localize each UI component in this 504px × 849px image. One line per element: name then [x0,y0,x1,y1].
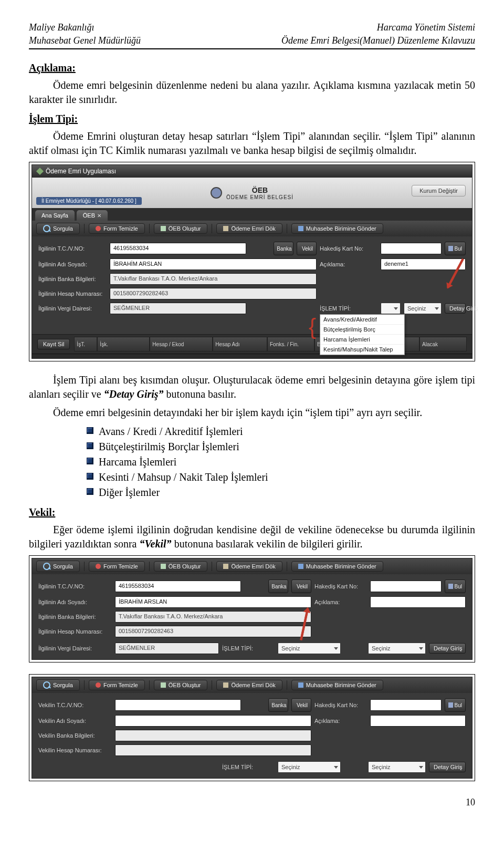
header-rule [29,48,475,49]
adsoyad-input[interactable]: İBRAHİM ARSLAN [110,258,317,270]
label-hakedis: Hakediş Kart No: [314,583,367,589]
oeb-olustur-button[interactable]: ÖEB Oluştur [154,680,208,690]
hesapno-input: 00158007290282463 [110,288,317,299]
screenshot-1: Ödeme Emri Uygulaması İl Emniyet Müdürlü… [29,162,475,361]
document-icon [161,564,166,569]
search-icon [43,225,50,232]
hakedis-input[interactable] [370,581,442,592]
page-number: 10 [29,797,475,808]
bul-button[interactable]: Bul [445,242,466,255]
find-icon [448,702,453,708]
tab-anasayfa[interactable]: Ana Sayfa [35,210,75,221]
app-icon [36,168,44,175]
sorgula-button[interactable]: Sorgula [36,223,80,234]
aciklama-input[interactable] [370,596,466,608]
bul-button[interactable]: Bul [445,579,466,593]
muhasebe-gonder-button[interactable]: Muhasebe Birimine Gönder [291,561,383,572]
kayit-sil-button[interactable]: Kayıt Sil [37,339,70,349]
section-title-vekil: Vekil: [29,506,475,519]
vekil-button[interactable]: Vekil [297,242,317,255]
label-vekil-adsoyad: Vekilin Adı Soyadı: [38,718,112,724]
vekil-button[interactable]: Vekil [291,579,311,593]
app-title: Ödeme Emri Uygulaması [46,168,116,175]
banka-input: T.Vakıflar Bankası T.A.O. Merkez/Ankara [110,273,317,285]
aciklama-input[interactable]: deneme1 [381,258,466,270]
vekil-hesapno-input [115,744,311,756]
vekil-tcvno-input[interactable] [115,699,241,711]
detay-giris-button[interactable]: Detay Giriş [429,762,466,772]
tcvno-input[interactable]: 46195583034 [115,581,241,592]
chevron-down-icon [435,307,439,310]
form-temizle-button[interactable]: Form Temizle [89,680,145,690]
sorgula-button[interactable]: Sorgula [36,679,80,691]
vekil-button[interactable]: Vekil [291,698,311,712]
label-vekil-tcvno: Vekilin T.C./V.NO: [38,702,112,708]
bullet-icon [87,473,93,480]
label-islemtipi: İŞLEM TİPİ: [222,764,275,770]
muhasebe-gonder-button[interactable]: Muhasebe Birimine Gönder [291,223,383,234]
header-right-2: Ödeme Emri Belgesi(Manuel) Düzenleme Kıl… [281,34,475,47]
screenshot-3: Sorgula Form Temizle ÖEB Oluştur Ödeme E… [29,674,475,781]
chevron-down-icon [394,307,398,310]
hakedis-input[interactable] [381,243,442,254]
dropdown-item[interactable]: Bütçeleştirilmiş Borç [320,325,404,335]
label-tcvno: İlgilinin T.C./V.NO: [38,583,112,589]
bullet-icon [87,442,93,449]
islemtipi-dropdown[interactable]: { Avans/Kredi/Akreditif Bütçeleştirilmiş… [320,314,405,355]
form-temizle-button[interactable]: Form Temizle [89,561,145,572]
islemtipi-select-2[interactable]: Seçiniz [368,643,426,654]
banner-unit: İl Emniyet Müdürlüğü - [ 40.07.0.62.260 … [36,197,142,205]
islemtipi-select-1[interactable]: Seçiniz [278,643,341,654]
dropdown-item[interactable]: Kesinti/Mahsup/Nakit Talep [320,345,404,355]
brand-circle-icon [211,187,222,199]
banner-logo: ÖEB ÖDEME EMRİ BELGESİ [211,186,293,200]
oeb-olustur-button[interactable]: ÖEB Oluştur [154,561,208,572]
islemtipi-select-1[interactable] [381,303,401,314]
banka-button[interactable]: Banka [274,242,293,255]
change-org-button[interactable]: Kurum Değiştir [412,185,466,196]
bul-button[interactable]: Bul [445,698,466,712]
tcvno-input[interactable]: 46195583034 [110,243,246,254]
label-islemtipi: İŞLEM TİPİ: [320,305,377,312]
header-right-1: Harcama Yönetim Sistemi [281,21,475,34]
dropdown-item[interactable]: Harcama İşlemleri [320,335,404,345]
vekil-banka-input [115,730,311,741]
dropdown-item[interactable]: Avans/Kredi/Akreditif [320,315,404,325]
search-icon [43,563,50,570]
section-title-aciklama: Açıklama: [29,62,475,74]
odeme-emri-dok-button[interactable]: Ödeme Emri Dök [216,223,282,234]
bullet-icon [87,488,93,495]
odeme-emri-dok-button[interactable]: Ödeme Emri Dök [216,561,282,572]
tab-oeb[interactable]: ÖEB✕ [77,210,108,221]
app-banner: İl Emniyet Müdürlüğü - [ 40.07.0.62.260 … [32,178,472,208]
banka-button[interactable]: Banka [268,698,288,712]
grid-header: İşT. [74,337,97,351]
grid-header: Fonks. / Fin. [267,337,314,351]
clear-icon [96,682,101,688]
oeb-olustur-button[interactable]: ÖEB Oluştur [154,223,208,234]
send-icon [298,682,303,688]
sorgula-button[interactable]: Sorgula [36,561,80,572]
adsoyad-input[interactable]: İBRAHİM ARSLAN [115,596,311,608]
label-hesapno: İlgilinin Hesap Numarası: [38,628,112,635]
aciklama-input[interactable] [370,715,466,727]
close-icon[interactable]: ✕ [97,213,101,219]
islemtipi-select-2[interactable]: Seçiniz [368,761,426,773]
detay-giris-button[interactable]: Detay Giriş [445,303,466,314]
vekil-adsoyad-input[interactable] [115,715,311,727]
chevron-down-icon [419,766,423,769]
label-aciklama: Açıklama: [314,718,367,724]
islemtipi-select-1[interactable]: Seçiniz [278,761,341,773]
odeme-emri-dok-button[interactable]: Ödeme Emri Dök [216,680,282,690]
after-shot1-p2: Ödeme emri belgesinin detayındaki her bi… [29,406,475,420]
find-icon [448,246,453,251]
label-hesapno: İlgilinin Hesap Numarası: [38,291,107,297]
chevron-down-icon [334,766,338,769]
islemtipi-select-2[interactable]: Seçiniz [404,303,442,314]
banka-button[interactable]: Banka [268,579,288,593]
muhasebe-gonder-button[interactable]: Muhasebe Birimine Gönder [291,680,383,690]
label-aciklama: Açıklama: [320,261,377,267]
hakedis-input[interactable] [370,699,442,711]
form-temizle-button[interactable]: Form Temizle [89,223,145,234]
detay-giris-button[interactable]: Detay Giriş [429,643,466,654]
